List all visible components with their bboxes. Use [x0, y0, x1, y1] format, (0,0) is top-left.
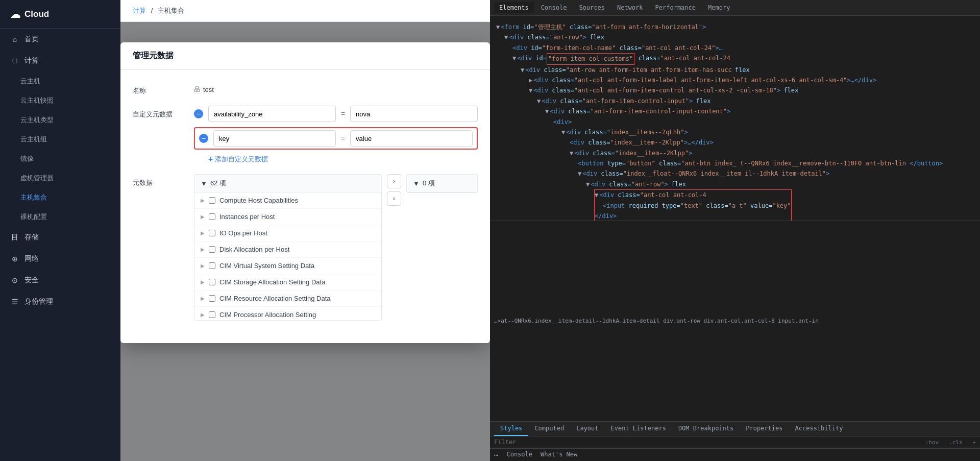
html-line-16[interactable]: ▼ <div class="ant-row" > flex [496, 179, 974, 189]
html-line-13[interactable]: ▼ <div class="index__item--2Klpp" > [496, 148, 974, 158]
sidebar-item-compute[interactable]: □ 计算 [0, 50, 120, 71]
sidebar-subitem-vm-group[interactable]: 云主机组 [0, 130, 120, 149]
dots-icon[interactable]: ⋯ [494, 451, 498, 459]
meta-list-item-2[interactable]: ▶ IO Ops per Host [194, 225, 381, 241]
html-line-8[interactable]: ▼ <div class="ant-form-item-control-inpu… [496, 96, 974, 106]
sidebar-subitem-snapshot[interactable]: 云主机快照 [0, 91, 120, 110]
dt-tab-dom-breakpoints[interactable]: DOM Breakpoints [672, 422, 740, 436]
sidebar-item-identity[interactable]: ☰ 身份管理 [0, 291, 120, 312]
expand-icon-7[interactable]: ▶ [201, 312, 205, 318]
transfer-right-btn[interactable]: › [387, 174, 401, 188]
html-line-12[interactable]: <div class="index__item--2Klpp" >…</div> [496, 137, 974, 148]
html-line-14[interactable]: <button type="button" class="ant-btn ind… [496, 158, 974, 168]
expand-icon-1[interactable]: ▶ [201, 214, 205, 220]
sidebar-item-network[interactable]: ⊕ 网络 [0, 248, 120, 270]
html-line-11[interactable]: ▼ <div class="index__items--2qLhh" > [496, 127, 974, 137]
expand-tri-8[interactable]: ▼ [537, 96, 541, 106]
remove-meta-btn-1[interactable]: − [199, 134, 208, 143]
expand-tri-11[interactable]: ▼ [561, 127, 565, 137]
sidebar-item-label: 存储 [24, 233, 39, 242]
devtools-tab-memory[interactable]: Memory [703, 2, 735, 13]
meta-checkbox-1[interactable] [209, 213, 215, 220]
devtools-breadcrumb-path[interactable]: …>at--QNRx6.index__item-detail--1dhkA.it… [494, 318, 819, 324]
breadcrumb-item-compute[interactable]: 计算 [133, 7, 146, 14]
expand-icon-3[interactable]: ▶ [201, 247, 205, 252]
sidebar-item-storage[interactable]: 目 存储 [0, 227, 120, 248]
remove-meta-btn-0[interactable]: − [194, 109, 203, 118]
expand-tri-9[interactable]: ▼ [545, 106, 549, 116]
devtools-filter-input[interactable] [494, 439, 925, 446]
meta-list-item-5[interactable]: ▶ CIM Storage Allocation Setting Data [194, 274, 381, 290]
html-line-1[interactable]: ▼ <form id="管理主机" class="ant-form ant-fo… [496, 22, 974, 32]
dt-tab-computed[interactable]: Computed [528, 422, 570, 436]
devtools-tab-sources[interactable]: Sources [574, 2, 610, 13]
expand-tri-15[interactable]: ▼ [578, 168, 581, 179]
html-line-7[interactable]: ▼ <div class="ant-col ant-form-item-cont… [496, 85, 974, 95]
expand-tri-13[interactable]: ▼ [570, 148, 573, 158]
devtools-tab-console[interactable]: Console [536, 2, 572, 13]
meta-checkbox-3[interactable] [209, 246, 215, 253]
dt-tab-properties[interactable]: Properties [740, 422, 789, 436]
sidebar-subitem-host-set[interactable]: 主机集合 [0, 188, 120, 207]
html-line-10[interactable]: <div> [496, 117, 974, 127]
expand-tri-16[interactable]: ▼ [586, 179, 590, 189]
sidebar-subitem-bare-metal[interactable]: 裸机配置 [0, 207, 120, 227]
sidebar-subitem-image[interactable]: 镜像 [0, 149, 120, 168]
expand-tri-6[interactable]: ▶ [529, 75, 532, 85]
expand-icon-5[interactable]: ▶ [201, 279, 205, 285]
meta-value-input-0[interactable] [350, 106, 478, 122]
html-line-4[interactable]: ▼ <div id="form-item-col-customs" class=… [496, 53, 974, 64]
expand-tri-17[interactable]: ▼ [595, 190, 598, 200]
sidebar-item-security[interactable]: ⊙ 安全 [0, 270, 120, 291]
expand-icon-2[interactable]: ▶ [201, 230, 205, 236]
meta-checkbox-2[interactable] [209, 230, 215, 236]
meta-row-1: − = [194, 127, 478, 150]
html-line-19[interactable]: </div> [595, 211, 791, 220]
devtools-tab-elements[interactable]: Elements [494, 2, 534, 13]
meta-value-input-1[interactable] [350, 130, 473, 147]
html-line-5[interactable]: ▼ <div class="ant-row ant-form-item ant-… [496, 65, 974, 75]
meta-key-input-0[interactable] [208, 106, 336, 122]
meta-list-item-7[interactable]: ▶ CIM Processor Allocation Setting [194, 307, 381, 320]
meta-key-input-1[interactable] [213, 130, 336, 147]
meta-checkbox-6[interactable] [209, 295, 215, 302]
expand-icon-6[interactable]: ▶ [201, 296, 205, 301]
meta-checkbox-5[interactable] [209, 279, 215, 285]
html-line-9[interactable]: ▼ <div class="ant-form-item-control-inpu… [496, 106, 974, 116]
html-line-6[interactable]: ▶ <div class="ant-col ant-form-item-labe… [496, 75, 974, 85]
sidebar-item-home[interactable]: ⌂ 首页 [0, 29, 120, 50]
html-line-17[interactable]: ▼ <div class="ant-col ant-col-4 [595, 190, 791, 200]
meta-checkbox-4[interactable] [209, 262, 215, 269]
meta-list-item-0[interactable]: ▶ Compute Host Capabilities [194, 192, 381, 209]
html-line-3[interactable]: <div id="form-item-col-name" class="ant-… [496, 43, 974, 53]
html-line-18[interactable]: <input required type="text" class="a t" … [595, 201, 791, 211]
sidebar-subitem-vm[interactable]: 云主机 [0, 71, 120, 91]
add-meta-link[interactable]: + 添加自定义元数据 [194, 155, 478, 164]
expand-icon-4[interactable]: ▶ [201, 263, 205, 269]
meta-checkbox-0[interactable] [209, 197, 215, 204]
transfer-left-btn[interactable]: ‹ [387, 191, 401, 206]
expand-tri-5[interactable]: ▼ [521, 65, 524, 75]
meta-list-item-1[interactable]: ▶ Instances per Host [194, 209, 381, 225]
footer-console[interactable]: Console [506, 451, 532, 459]
devtools-tab-performance[interactable]: Performance [650, 2, 701, 13]
expand-tri-7[interactable]: ▼ [529, 85, 532, 95]
expand-tri-4[interactable]: ▼ [512, 53, 516, 63]
expand-icon-0[interactable]: ▶ [201, 198, 205, 203]
footer-whats-new[interactable]: What's New [541, 451, 577, 459]
dt-tab-styles[interactable]: Styles [494, 422, 528, 436]
dt-tab-layout[interactable]: Layout [570, 422, 604, 436]
expand-tri-1[interactable]: ▼ [496, 22, 500, 32]
meta-list-item-4[interactable]: ▶ CIM Virtual System Setting Data [194, 258, 381, 274]
meta-list-item-3[interactable]: ▶ Disk Allocation per Host [194, 241, 381, 258]
meta-checkbox-7[interactable] [209, 311, 215, 318]
expand-tri-2[interactable]: ▼ [504, 32, 508, 42]
devtools-tab-network[interactable]: Network [612, 2, 648, 13]
dt-tab-accessibility[interactable]: Accessibility [789, 422, 849, 436]
sidebar-subitem-vm-manager[interactable]: 虚机管理器 [0, 168, 120, 188]
html-line-2[interactable]: ▼ <div class="ant-row" > flex [496, 32, 974, 42]
dt-tab-event-listeners[interactable]: Event Listeners [605, 422, 672, 436]
meta-list-item-6[interactable]: ▶ CIM Resource Allocation Setting Data [194, 290, 381, 307]
sidebar-subitem-vm-type[interactable]: 云主机类型 [0, 110, 120, 130]
html-line-15[interactable]: ▼ <div class="index__float--QNRx6 index_… [496, 168, 974, 179]
